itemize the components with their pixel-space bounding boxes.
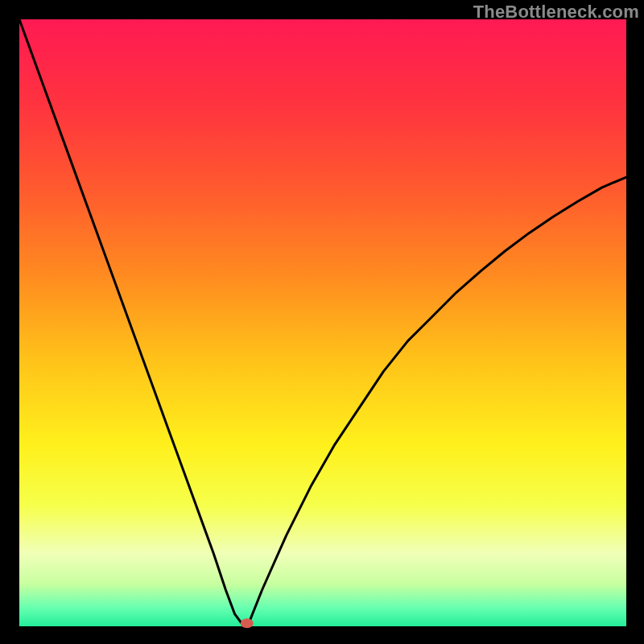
bottleneck-chart [0, 0, 644, 644]
plot-background [19, 19, 626, 626]
optimum-marker [241, 618, 254, 628]
watermark-text: TheBottleneck.com [473, 2, 639, 23]
